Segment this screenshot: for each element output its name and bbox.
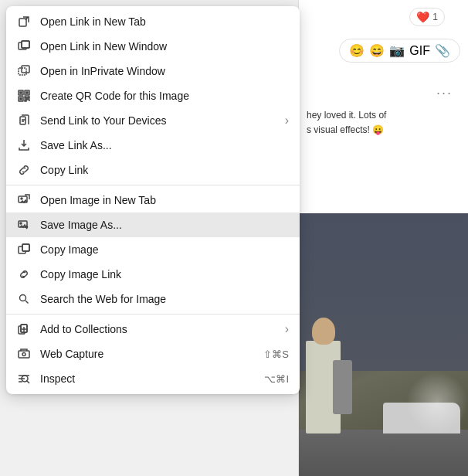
qr-icon: [17, 89, 31, 103]
menu-item-label: Create QR Code for this Image: [40, 90, 289, 102]
svg-rect-4: [19, 68, 26, 75]
image-tab-icon: [17, 193, 31, 207]
menu-item-label: Send Link to Your Devices: [40, 114, 276, 127]
inprivate-icon: [17, 64, 31, 78]
new-tab-icon: [17, 15, 31, 29]
menu-item-open-image-tab[interactable]: Open Image in New Tab: [6, 188, 300, 212]
menu-item-save-link-as[interactable]: Save Link As...: [6, 133, 300, 158]
inspect-icon: [17, 372, 31, 386]
menu-item-send-link[interactable]: Send Link to Your Devices ›: [6, 108, 300, 133]
svg-rect-2: [22, 41, 29, 48]
menu-item-open-new-tab[interactable]: Open Link in New Tab: [6, 9, 300, 34]
svg-point-25: [22, 353, 25, 356]
menu-item-copy-image[interactable]: Copy Image: [6, 237, 300, 262]
bg-movie-image: [298, 213, 468, 476]
menu-item-copy-link[interactable]: Copy Link: [6, 158, 300, 182]
svg-rect-5: [22, 66, 29, 73]
menu-divider: [6, 314, 300, 314]
bg-more-options: ···: [436, 85, 453, 101]
send-icon: [17, 114, 31, 128]
svg-rect-11: [20, 98, 22, 100]
menu-item-shortcut: ⌥⌘I: [264, 373, 289, 385]
menu-item-save-image-as[interactable]: Save Image As...: [6, 212, 300, 237]
menu-item-label: Copy Link: [40, 164, 289, 176]
new-window-icon: [17, 39, 31, 53]
capture-icon: [17, 347, 31, 361]
menu-item-label: Open Link in New Window: [40, 40, 289, 53]
menu-item-label: Search the Web for Image: [40, 293, 289, 305]
svg-rect-9: [20, 92, 22, 94]
submenu-arrow-icon: ›: [285, 114, 289, 128]
menu-item-label: Web Capture: [40, 348, 254, 360]
menu-item-label: Add to Collections: [40, 323, 276, 335]
menu-item-label: Copy Image Link: [40, 268, 289, 280]
menu-item-label: Open Image in New Tab: [40, 194, 289, 206]
bg-post-text: hey loved it. Lots ofs visual effects! 😛: [307, 108, 386, 138]
menu-item-shortcut: ⇧⌘S: [263, 348, 289, 360]
svg-point-20: [20, 295, 26, 301]
context-menu: Open Link in New Tab Open Link in New Wi…: [6, 6, 300, 394]
copy-image-link-icon: [17, 267, 31, 281]
menu-item-label: Save Link As...: [40, 139, 289, 151]
bg-emoji-bar: 😊 😄 📷 GIF 📎: [339, 39, 460, 63]
copy-image-icon: [17, 243, 31, 257]
menu-item-label: Copy Image: [40, 243, 289, 256]
menu-item-open-new-window[interactable]: Open Link in New Window: [6, 34, 300, 59]
menu-item-web-capture[interactable]: Web Capture ⇧⌘S: [6, 342, 300, 366]
copy-link-icon: [17, 163, 31, 177]
svg-rect-24: [19, 351, 29, 358]
svg-point-16: [20, 223, 22, 224]
search-icon: [17, 292, 31, 306]
menu-item-label: Save Image As...: [40, 219, 289, 231]
bg-reaction: ❤️ 1: [409, 8, 445, 26]
menu-item-add-collections[interactable]: Add to Collections ›: [6, 317, 300, 342]
menu-item-label: Inspect: [40, 372, 255, 385]
submenu-arrow-icon: ›: [285, 322, 289, 336]
svg-point-14: [21, 198, 22, 199]
save-link-icon: [17, 138, 31, 152]
svg-rect-10: [26, 92, 28, 94]
save-image-icon: [17, 218, 31, 232]
bg-post-panel: ❤️ 1 😊 😄 📷 GIF 📎 ··· hey loved it. Lots …: [298, 0, 468, 476]
collections-icon: [17, 322, 31, 336]
svg-rect-12: [20, 117, 25, 124]
svg-rect-18: [22, 244, 29, 251]
menu-item-label: Open in InPrivate Window: [40, 65, 289, 77]
menu-divider: [6, 185, 300, 185]
menu-item-copy-image-link[interactable]: Copy Image Link: [6, 262, 300, 287]
menu-item-label: Open Link in New Tab: [40, 15, 289, 28]
menu-item-create-qr[interactable]: Create QR Code for this Image: [6, 83, 300, 108]
menu-item-open-inprivate[interactable]: Open in InPrivate Window: [6, 59, 300, 83]
menu-item-search-web[interactable]: Search the Web for Image: [6, 287, 300, 311]
menu-item-inspect[interactable]: Inspect ⌥⌘I: [6, 366, 300, 391]
